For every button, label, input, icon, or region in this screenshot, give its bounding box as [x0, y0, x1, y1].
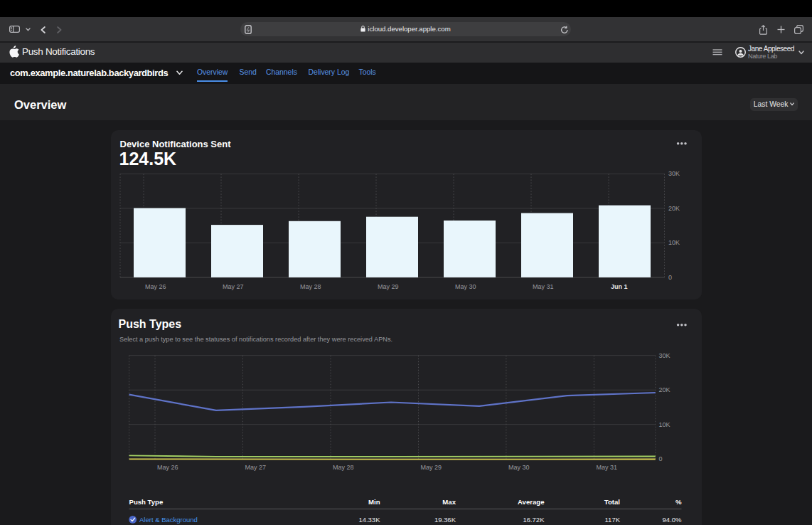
- svg-text:May 30: May 30: [455, 283, 476, 290]
- svg-text:May 31: May 31: [533, 283, 554, 290]
- svg-text:May 28: May 28: [333, 464, 354, 471]
- svg-text:May 28: May 28: [300, 283, 321, 290]
- svg-text:Min: Min: [368, 498, 380, 506]
- svg-text:Push Type: Push Type: [129, 498, 164, 506]
- svg-text:0: 0: [658, 455, 662, 462]
- svg-text:Average: Average: [518, 498, 545, 506]
- svg-text:117K: 117K: [605, 516, 621, 524]
- svg-text:May 27: May 27: [223, 283, 244, 290]
- svg-text:94.0%: 94.0%: [663, 516, 682, 524]
- svg-text:10K: 10K: [658, 421, 670, 428]
- svg-text:May 31: May 31: [597, 464, 618, 471]
- svg-text:19.36K: 19.36K: [434, 516, 456, 524]
- svg-text:Max: Max: [442, 498, 456, 506]
- svg-text:14.33K: 14.33K: [358, 516, 380, 524]
- svg-text:20K: 20K: [668, 205, 680, 212]
- svg-text:May 29: May 29: [378, 283, 399, 290]
- svg-text:May 27: May 27: [245, 464, 267, 471]
- svg-text:May 26: May 26: [145, 283, 166, 290]
- svg-text:0: 0: [668, 274, 672, 281]
- svg-text:Alert & Background: Alert & Background: [139, 516, 198, 524]
- svg-text:May 30: May 30: [508, 464, 530, 471]
- svg-text:Jun 1: Jun 1: [611, 283, 628, 290]
- svg-text:%: %: [675, 498, 682, 506]
- svg-text:Total: Total: [604, 498, 620, 506]
- svg-text:May 26: May 26: [157, 464, 178, 471]
- svg-text:20K: 20K: [658, 386, 670, 393]
- svg-text:30K: 30K: [658, 352, 670, 359]
- svg-text:10K: 10K: [668, 239, 680, 246]
- svg-text:16.72K: 16.72K: [523, 516, 545, 524]
- svg-text:30K: 30K: [668, 170, 680, 177]
- svg-text:May 29: May 29: [421, 464, 442, 471]
